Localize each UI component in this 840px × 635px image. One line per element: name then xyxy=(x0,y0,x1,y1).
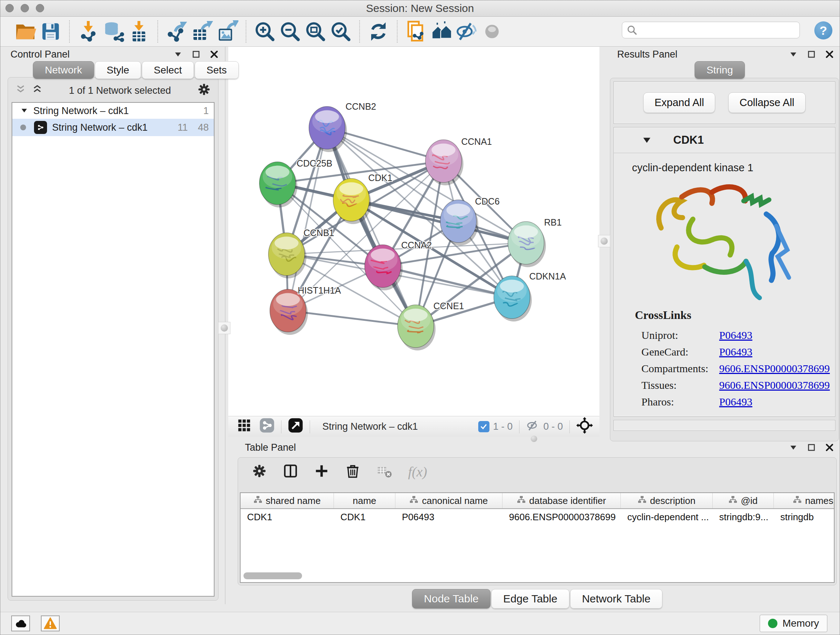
network-node-CCNA2[interactable] xyxy=(365,245,403,290)
collapse-all-button[interactable]: Collapse All xyxy=(728,92,806,113)
zoom-fit-button[interactable] xyxy=(303,19,328,44)
tree-expand-icon[interactable] xyxy=(20,107,28,115)
crosslink-link[interactable]: P06493 xyxy=(719,346,752,358)
column-header-description[interactable]: description xyxy=(621,493,713,508)
network-edge[interactable] xyxy=(288,128,327,310)
string-home-button[interactable] xyxy=(429,19,454,44)
collapse-panel-icon[interactable] xyxy=(789,443,798,452)
table-import-icon xyxy=(128,20,150,43)
crosslink-link[interactable]: 9606.ENSP00000378699 xyxy=(719,379,830,391)
left-splitter-handle[interactable] xyxy=(218,322,231,334)
table-settings-gear-icon[interactable] xyxy=(252,463,267,480)
import-network-from-file-button[interactable] xyxy=(76,19,101,44)
tab-network-table[interactable]: Network Table xyxy=(570,589,663,608)
open-session-button[interactable] xyxy=(13,19,38,44)
network-view-canvas[interactable]: CCNB2CCNA1CDC25BCDK1CDC6RB1CCNB1CCNA2CDK… xyxy=(228,47,600,416)
collapse-panel-icon[interactable] xyxy=(789,50,798,59)
tab-edge-table[interactable]: Edge Table xyxy=(491,589,569,608)
zoom-out-button[interactable] xyxy=(278,19,303,44)
help-button[interactable]: ? xyxy=(814,21,832,40)
close-panel-icon[interactable] xyxy=(825,50,834,59)
selected-nodes-checkbox[interactable] xyxy=(478,421,489,432)
zoom-in-button[interactable] xyxy=(252,19,278,44)
network-node-CDK1[interactable] xyxy=(333,179,371,224)
column-header-shared-name[interactable]: shared name xyxy=(240,493,334,508)
crosslink-link[interactable]: 9606.ENSP00000378699 xyxy=(719,363,830,375)
close-panel-icon[interactable] xyxy=(210,50,218,59)
import-network-icon xyxy=(77,20,99,43)
show-columns-icon[interactable] xyxy=(283,463,298,480)
table-row[interactable]: CDK1CDK1P064939606.ENSP00000378699cyclin… xyxy=(240,509,834,525)
string-results-content: Expand All Collapse All CDK1 cyclin-depe… xyxy=(610,78,839,441)
export-table-button[interactable] xyxy=(189,19,215,44)
network-node-CCNB1[interactable] xyxy=(268,233,306,279)
crosslink-link[interactable]: P06493 xyxy=(719,329,752,341)
network-export-icon xyxy=(165,20,188,43)
network-node-CDC6[interactable] xyxy=(440,200,478,245)
tab-style[interactable]: Style xyxy=(95,61,141,79)
collapse-protein-icon[interactable] xyxy=(642,135,652,145)
collapse-tree-icon[interactable] xyxy=(32,84,43,97)
grid-view-icon[interactable] xyxy=(237,418,251,435)
network-node-CDKN1A[interactable] xyxy=(494,276,532,321)
column-header-database-identifier[interactable]: database identifier xyxy=(502,493,621,508)
expand-all-button[interactable]: Expand All xyxy=(643,92,715,113)
network-collection-row[interactable]: String Network – cdk1 1 xyxy=(12,103,214,119)
tab-select[interactable]: Select xyxy=(142,61,194,79)
network-node-RB1[interactable] xyxy=(508,222,546,267)
network-node-CCNA1[interactable] xyxy=(425,140,463,185)
cloud-status-button[interactable] xyxy=(11,616,30,631)
save-session-button[interactable] xyxy=(38,19,63,44)
export-network-button[interactable] xyxy=(164,19,189,44)
string-badge-icon[interactable] xyxy=(259,418,275,435)
search-input[interactable] xyxy=(638,24,795,36)
float-panel-icon[interactable] xyxy=(807,443,816,452)
zoom-selected-button[interactable] xyxy=(328,19,354,44)
column-label: canonical name xyxy=(422,495,488,507)
hide-graphics-button[interactable] xyxy=(454,19,479,44)
expand-tree-icon[interactable] xyxy=(15,84,26,97)
refresh-view-button[interactable] xyxy=(366,19,391,44)
tab-sets[interactable]: Sets xyxy=(195,61,239,79)
tab-string[interactable]: String xyxy=(695,61,745,79)
network-options-gear-icon[interactable] xyxy=(197,82,211,99)
warnings-button[interactable] xyxy=(41,616,60,631)
horizontal-splitter-handle[interactable] xyxy=(531,435,537,442)
column-header-name[interactable]: name xyxy=(334,493,395,508)
float-panel-icon[interactable] xyxy=(807,50,816,59)
file-network-icon xyxy=(405,20,427,43)
network-node-HIST1H1A[interactable] xyxy=(270,289,308,335)
fit-selected-crosshair-icon[interactable] xyxy=(576,417,593,436)
tab-node-table[interactable]: Node Table xyxy=(412,589,491,608)
crosslinks-section: CrossLinks Uniprot:P06493GeneCard:P06493… xyxy=(635,309,828,410)
add-column-icon[interactable] xyxy=(314,463,329,480)
birds-eye-view-icon[interactable] xyxy=(288,418,303,435)
import-table-button[interactable] xyxy=(126,19,152,44)
network-node-CCNE1[interactable] xyxy=(398,305,436,350)
network-row-selected[interactable]: String Network – cdk1 11 48 xyxy=(12,119,214,136)
collapse-panel-icon[interactable] xyxy=(174,50,182,59)
table-toolbar: f(x) xyxy=(238,458,836,486)
import-network-from-database-button[interactable] xyxy=(101,19,126,44)
tab-network[interactable]: Network xyxy=(33,61,94,79)
network-node-CCNB2[interactable] xyxy=(309,106,347,152)
export-image-button[interactable] xyxy=(215,19,240,44)
search-icon xyxy=(627,25,638,35)
node-label-CCNE1: CCNE1 xyxy=(433,301,464,311)
clone-network-button[interactable] xyxy=(403,19,429,44)
column-header-namespac[interactable]: namespac xyxy=(774,493,835,508)
column-header--id[interactable]: @id xyxy=(713,493,774,508)
float-panel-icon[interactable] xyxy=(192,50,201,59)
crosslink-label: Compartments: xyxy=(635,363,719,375)
string-network-graph[interactable]: CCNB2CCNA1CDC25BCDK1CDC6RB1CCNB1CCNA2CDK… xyxy=(228,47,600,416)
memory-button[interactable]: Memory xyxy=(760,615,827,632)
crosslink-link[interactable]: P06493 xyxy=(719,396,752,408)
close-panel-icon[interactable] xyxy=(825,443,834,452)
network-edge[interactable] xyxy=(327,128,416,326)
table-horizontal-scrollbar[interactable] xyxy=(243,572,302,579)
column-header-canonical-name[interactable]: canonical name xyxy=(395,493,502,508)
show-graphics-details-button[interactable] xyxy=(479,19,505,44)
delete-column-trash-icon[interactable] xyxy=(345,463,360,480)
network-status-dot xyxy=(20,125,26,130)
right-splitter-handle[interactable] xyxy=(598,235,610,247)
